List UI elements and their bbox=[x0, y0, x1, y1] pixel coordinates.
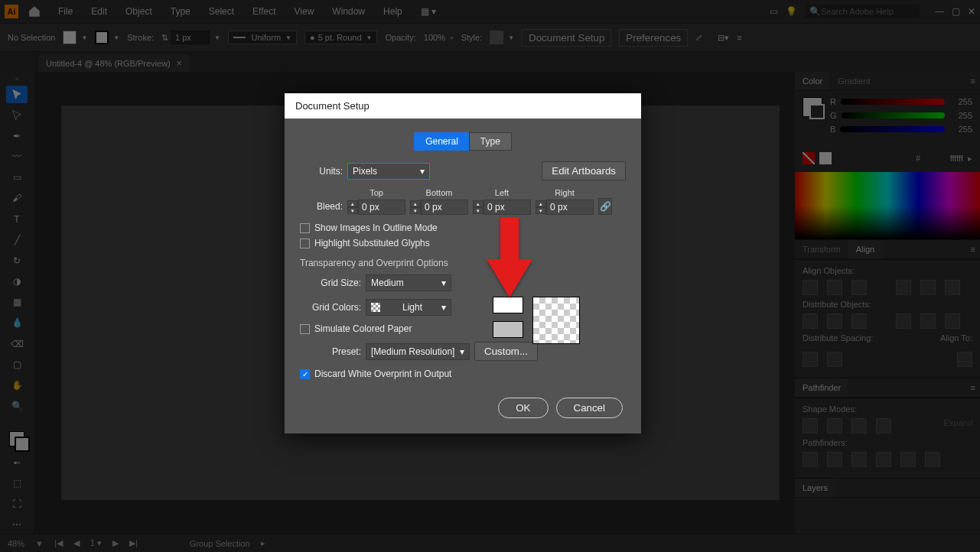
hex-input[interactable] bbox=[925, 154, 963, 163]
hand-tool[interactable]: ✋ bbox=[6, 376, 28, 394]
outline-icon[interactable] bbox=[900, 452, 916, 467]
unite-icon[interactable] bbox=[803, 418, 818, 433]
panel-menu-icon[interactable]: ≡ bbox=[966, 240, 980, 258]
paintbrush-tool[interactable]: 🖌 bbox=[6, 190, 28, 207]
bleed-bottom-stepper[interactable]: ▴▾ bbox=[410, 200, 421, 214]
g-slider[interactable] bbox=[842, 112, 945, 119]
merge-icon[interactable] bbox=[851, 452, 867, 467]
intersect-icon[interactable] bbox=[851, 418, 867, 433]
edit-toolbar-icon[interactable]: ⋯ bbox=[6, 516, 28, 534]
link-bleed-icon[interactable]: 🔗 bbox=[598, 198, 612, 215]
align-tab[interactable]: Align bbox=[848, 240, 882, 258]
pen-tool[interactable]: ✒ bbox=[6, 127, 28, 144]
type-tool[interactable]: T bbox=[6, 210, 28, 228]
minus-front-icon[interactable] bbox=[827, 418, 842, 433]
align-to-icon[interactable] bbox=[957, 352, 972, 367]
expand-button[interactable]: Expand bbox=[944, 418, 972, 433]
menu-object[interactable]: Object bbox=[118, 3, 160, 20]
transform-tab[interactable]: Transform bbox=[795, 240, 848, 258]
workspace-switcher-icon[interactable]: ▦ ▾ bbox=[421, 6, 436, 17]
ok-button[interactable]: OK bbox=[498, 398, 548, 418]
help-search-input[interactable] bbox=[821, 7, 915, 16]
tab-general[interactable]: General bbox=[414, 132, 469, 151]
nav-last-icon[interactable]: ▶| bbox=[129, 538, 138, 548]
curvature-tool[interactable]: 〰 bbox=[6, 148, 28, 166]
preset-select[interactable]: [Medium Resolution]▾ bbox=[366, 343, 470, 360]
rotate-tool[interactable]: ↻ bbox=[6, 252, 28, 269]
b-slider[interactable] bbox=[840, 126, 945, 132]
bleed-top-stepper[interactable]: ▴▾ bbox=[347, 200, 358, 214]
dist-right-icon[interactable] bbox=[945, 313, 960, 329]
home-icon[interactable] bbox=[28, 5, 41, 18]
zoom-level[interactable]: 48% bbox=[8, 539, 24, 548]
dist-left-icon[interactable] bbox=[896, 313, 911, 329]
exclude-icon[interactable] bbox=[876, 418, 891, 433]
stroke-swatch[interactable] bbox=[95, 31, 109, 44]
arrange-docs-icon[interactable]: ▭ bbox=[770, 6, 778, 17]
color-spectrum[interactable] bbox=[795, 172, 980, 239]
align-hcenter-icon[interactable] bbox=[827, 280, 842, 295]
dist-vspace-icon[interactable] bbox=[803, 352, 818, 367]
edit-artboards-button[interactable]: Edit Artboards bbox=[542, 161, 626, 180]
profile-select[interactable]: Uniform▼ bbox=[228, 31, 297, 44]
panel-menu-icon[interactable]: ≡ bbox=[966, 378, 980, 397]
panel-menu-icon[interactable]: ≡ bbox=[966, 72, 980, 90]
maximize-icon[interactable]: ▢ bbox=[952, 6, 960, 17]
show-images-checkbox[interactable]: Show Images In Outline Mode bbox=[300, 222, 626, 233]
menu-type[interactable]: Type bbox=[163, 3, 198, 20]
align-icon[interactable]: ⊟▾ bbox=[718, 33, 729, 43]
menu-file[interactable]: File bbox=[50, 3, 80, 20]
bleed-top-input[interactable] bbox=[358, 200, 405, 215]
menu-effect[interactable]: Effect bbox=[245, 3, 283, 20]
pathfinder-tab[interactable]: Pathfinder bbox=[795, 378, 848, 397]
grid-colors-select[interactable]: Light▾ bbox=[366, 299, 451, 316]
help-search[interactable]: 🔍 bbox=[805, 5, 920, 18]
grid-color-dark-swatch[interactable] bbox=[493, 321, 523, 338]
selection-tool[interactable] bbox=[6, 86, 28, 103]
align-top-icon[interactable] bbox=[896, 280, 911, 295]
menu-select[interactable]: Select bbox=[201, 3, 242, 20]
eraser-tool[interactable]: ⌫ bbox=[6, 335, 28, 352]
color-mode-icons[interactable]: ▪▫ bbox=[6, 453, 28, 471]
units-select[interactable]: Pixels▾ bbox=[347, 163, 430, 180]
eyedropper-tool[interactable]: 💧 bbox=[6, 314, 28, 332]
opacity-value[interactable]: 100% bbox=[424, 33, 445, 42]
fill-swatch[interactable] bbox=[63, 31, 77, 44]
r-slider[interactable] bbox=[841, 99, 945, 105]
color-tab[interactable]: Color bbox=[795, 72, 830, 90]
menu-view[interactable]: View bbox=[287, 3, 322, 20]
stroke-stepper[interactable]: ⇅ bbox=[161, 33, 168, 43]
align-bottom-icon[interactable] bbox=[945, 280, 960, 295]
preferences-button[interactable]: Preferences bbox=[619, 29, 688, 47]
trim-icon[interactable] bbox=[827, 452, 842, 467]
shape-builder-tool[interactable]: ◑ bbox=[6, 273, 28, 291]
dist-vcenter-icon[interactable] bbox=[827, 313, 842, 329]
hex-menu-icon[interactable]: ▸ bbox=[968, 154, 972, 164]
gradient-tool[interactable]: ▦ bbox=[6, 294, 28, 311]
zoom-tool[interactable]: 🔍 bbox=[6, 398, 28, 415]
nav-next-icon[interactable]: ▶ bbox=[112, 538, 119, 548]
bleed-right-input[interactable] bbox=[546, 200, 594, 215]
grid-size-select[interactable]: Medium▾ bbox=[366, 274, 451, 291]
stroke-weight-input[interactable] bbox=[171, 31, 210, 44]
document-setup-button[interactable]: Document Setup bbox=[522, 29, 611, 47]
rectangle-tool[interactable]: ▭ bbox=[6, 169, 28, 187]
minus-back-icon[interactable] bbox=[925, 452, 940, 467]
artboard-num[interactable]: 1 ▾ bbox=[90, 538, 102, 548]
discard-white-checkbox[interactable]: ✓Discard White Overprint in Output bbox=[300, 369, 626, 379]
bleed-left-stepper[interactable]: ▴▾ bbox=[473, 200, 483, 214]
artboard-tool[interactable]: ▢ bbox=[6, 356, 28, 373]
direct-selection-tool[interactable] bbox=[6, 106, 28, 124]
align-right-icon[interactable] bbox=[851, 280, 867, 295]
none-color-icon[interactable] bbox=[803, 152, 815, 164]
draw-mode-icon[interactable]: ⬚ bbox=[6, 475, 28, 492]
line-tool[interactable]: ╱ bbox=[6, 231, 28, 248]
gradient-tab[interactable]: Gradient bbox=[830, 72, 877, 90]
tab-close-icon[interactable]: × bbox=[177, 58, 182, 69]
bleed-left-input[interactable] bbox=[483, 200, 531, 215]
cancel-button[interactable]: Cancel bbox=[556, 398, 623, 418]
minimize-icon[interactable]: — bbox=[935, 6, 944, 17]
dist-hspace-icon[interactable] bbox=[827, 352, 842, 367]
fill-stroke-mini[interactable] bbox=[803, 97, 822, 117]
nav-prev-icon[interactable]: ◀ bbox=[73, 538, 80, 548]
